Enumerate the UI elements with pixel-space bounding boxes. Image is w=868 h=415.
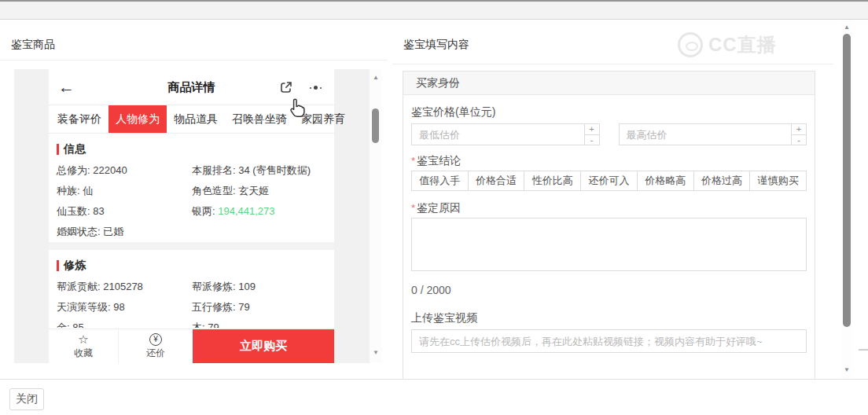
conclusion-option-价格略高[interactable]: 价格略高 bbox=[637, 171, 693, 190]
min-price-group: + - bbox=[411, 123, 600, 145]
tab-物品道具[interactable]: 物品道具 bbox=[167, 105, 225, 133]
appraisal-form: 买家身份 鉴宝价格(单位元) + - + - bbox=[403, 71, 815, 380]
watermark-text: CC直播 bbox=[708, 32, 777, 57]
star-icon: ☆ bbox=[78, 333, 88, 346]
attribute-row: 天演策等级: 98五行修炼: 79 bbox=[57, 297, 326, 318]
conclusion-option-价格过高[interactable]: 价格过高 bbox=[693, 171, 750, 190]
product-attributes: 信息总修为: 222040本服排名: 34 (寄售时数据)种族: 仙角色造型: … bbox=[49, 134, 334, 328]
attribute-row: 金: 85木: 79 bbox=[57, 318, 326, 328]
price-inputs-row: + - + - bbox=[411, 123, 807, 145]
video-link-input[interactable] bbox=[411, 329, 807, 353]
bargain-button[interactable]: ¥ 还价 bbox=[118, 329, 193, 363]
attribute-cell: 总修为: 222040 bbox=[57, 160, 192, 181]
product-detail-card: ← 商品详情 装备评价人物修为物品道具召唤兽坐骑家园养育 信息总修为: 2220… bbox=[49, 69, 334, 363]
scroll-down-icon[interactable]: ▼ bbox=[370, 349, 382, 356]
attribute-cell: 仙玉数: 83 bbox=[57, 201, 192, 222]
attribute-cell: 银两: 194,441,273 bbox=[192, 201, 326, 222]
conclusion-option-还价可入[interactable]: 还价可入 bbox=[580, 171, 637, 190]
attribute-cell: 本服排名: 34 (寄售时数据) bbox=[192, 160, 326, 181]
section-title: 信息 bbox=[57, 141, 326, 157]
tab-家园养育[interactable]: 家园养育 bbox=[294, 105, 352, 133]
attribute-row: 帮派贡献: 2105278帮派修炼: 109 bbox=[57, 277, 326, 297]
attribute-cell: 五行修炼: 79 bbox=[192, 297, 326, 318]
favorite-label: 收藏 bbox=[74, 347, 93, 360]
attribute-row: 总修为: 222040本服排名: 34 (寄售时数据) bbox=[57, 160, 326, 181]
attribute-cell: 婚姻状态: 已婚 bbox=[57, 222, 192, 242]
increment-icon[interactable]: + bbox=[585, 124, 599, 135]
increment-icon[interactable]: + bbox=[792, 124, 806, 135]
product-tabs: 装备评价人物修为物品道具召唤兽坐骑家园养育 bbox=[49, 105, 334, 134]
product-action-bar: ☆ 收藏 ¥ 还价 立即购买 bbox=[49, 329, 334, 363]
section-marker bbox=[57, 260, 59, 271]
attribute-row: 婚姻状态: 已婚 bbox=[57, 222, 326, 242]
char-counter: 0 / 2000 bbox=[411, 284, 807, 298]
product-scrollbar-thumb[interactable] bbox=[372, 108, 379, 143]
left-panel-divider bbox=[0, 60, 388, 61]
section-marker bbox=[57, 144, 59, 155]
max-price-group: + - bbox=[619, 123, 807, 145]
video-label: 上传鉴宝视频 bbox=[411, 310, 807, 325]
price-label: 鉴宝价格(单位元) bbox=[411, 105, 807, 119]
attribute-cell: 帮派修炼: 109 bbox=[192, 277, 326, 297]
browser-top-strip bbox=[0, 0, 868, 20]
decrement-icon[interactable]: - bbox=[585, 135, 599, 145]
attribute-cell: 天演策等级: 98 bbox=[57, 297, 192, 318]
attribute-cell: 种族: 仙 bbox=[57, 181, 192, 201]
conclusion-option-性价比高[interactable]: 性价比高 bbox=[524, 171, 580, 190]
attribute-cell: 帮派贡献: 2105278 bbox=[57, 277, 192, 297]
tab-人物修为[interactable]: 人物修为 bbox=[108, 105, 167, 133]
product-scrollbar[interactable]: ▲ ▼ bbox=[370, 69, 382, 363]
share-icon[interactable] bbox=[279, 80, 293, 97]
bargain-label: 还价 bbox=[146, 347, 165, 360]
scroll-up-icon[interactable]: ▲ bbox=[370, 74, 382, 81]
right-panel-title: 鉴宝填写内容 bbox=[403, 38, 469, 52]
conclusion-option-谨慎购买[interactable]: 谨慎购买 bbox=[749, 171, 806, 190]
cc-logo-icon bbox=[678, 32, 703, 57]
conclusion-label: 鉴宝结论 bbox=[411, 153, 807, 167]
max-price-spinner: + - bbox=[791, 124, 806, 145]
product-card-header: ← 商品详情 bbox=[49, 69, 334, 105]
dialog-footer: 关闭 bbox=[0, 380, 868, 415]
section-title: 修炼 bbox=[57, 258, 326, 274]
attribute-row: 种族: 仙角色造型: 玄天姬 bbox=[57, 181, 326, 201]
max-price-input[interactable] bbox=[620, 124, 792, 145]
appraisal-dialog: 鉴宝商品 ← 商品详情 装备评价人物修为物品道具召唤兽坐骑家园养育 信息总修为:… bbox=[0, 20, 868, 380]
attribute-row: 仙玉数: 83银两: 194,441,273 bbox=[57, 201, 326, 222]
scroll-down-icon[interactable]: ▼ bbox=[841, 366, 852, 373]
window-edge-mark bbox=[859, 349, 868, 351]
tab-召唤兽坐骑[interactable]: 召唤兽坐骑 bbox=[225, 105, 294, 133]
appraisal-dialog-page: 鉴宝商品 ← 商品详情 装备评价人物修为物品道具召唤兽坐骑家园养育 信息总修为:… bbox=[0, 0, 868, 415]
more-options-icon[interactable] bbox=[310, 86, 322, 90]
form-content: 鉴宝价格(单位元) + - + - bbox=[403, 105, 815, 353]
favorite-button[interactable]: ☆ 收藏 bbox=[49, 329, 118, 363]
conclusion-option-价格合适[interactable]: 价格合适 bbox=[468, 171, 524, 190]
close-button[interactable]: 关闭 bbox=[9, 388, 44, 410]
reason-textarea[interactable] bbox=[411, 218, 807, 271]
buy-now-button[interactable]: 立即购买 bbox=[193, 329, 334, 363]
left-panel-title: 鉴宝商品 bbox=[11, 38, 55, 52]
attribute-cell: 金: 85 bbox=[57, 318, 192, 328]
tab-装备评价[interactable]: 装备评价 bbox=[50, 105, 108, 133]
reason-label: 鉴定原因 bbox=[411, 200, 807, 215]
yuan-circle-icon: ¥ bbox=[149, 333, 162, 346]
section-separator bbox=[49, 242, 334, 250]
min-price-input[interactable] bbox=[412, 124, 584, 145]
decrement-icon[interactable]: - bbox=[792, 135, 806, 145]
right-panel-divider bbox=[392, 64, 833, 64]
scroll-up-icon[interactable]: ▲ bbox=[841, 24, 852, 31]
attribute-cell: 木: 79 bbox=[192, 318, 326, 328]
buyer-identity-header: 买家身份 bbox=[403, 72, 815, 95]
cc-live-watermark: CC直播 bbox=[678, 28, 788, 62]
conclusion-option-值得入手[interactable]: 值得入手 bbox=[412, 171, 468, 190]
conclusion-options: 值得入手价格合适性价比高还价可入价格略高价格过高谨慎购买 bbox=[411, 171, 807, 191]
attribute-cell: 角色造型: 玄天姬 bbox=[192, 181, 326, 201]
min-price-spinner: + - bbox=[584, 124, 599, 145]
dialog-scrollbar-thumb[interactable] bbox=[843, 34, 851, 327]
